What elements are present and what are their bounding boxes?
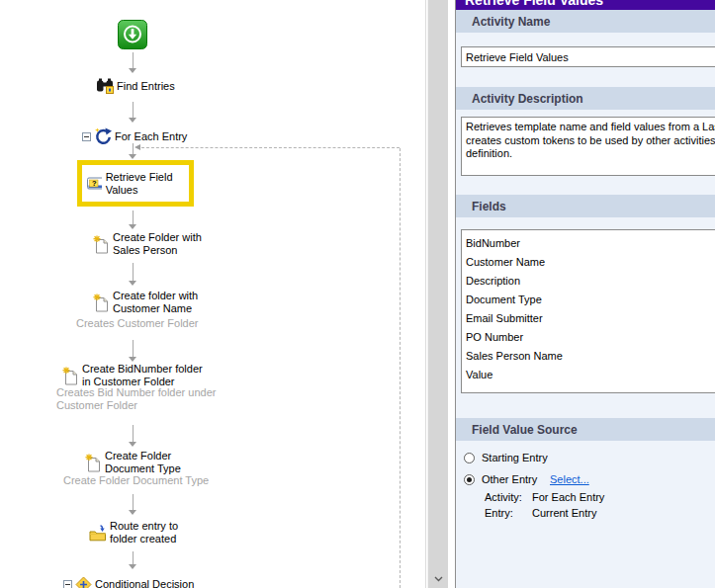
workflow-canvas[interactable]: Find Entries For Each Entry <box>0 0 426 588</box>
scrollbar-down-button[interactable] <box>428 569 449 588</box>
field-list-item[interactable]: Description <box>462 271 715 290</box>
entry-label: Entry: <box>485 507 513 520</box>
entry-value: Current Entry <box>532 507 596 520</box>
create-folder-icon <box>62 367 79 385</box>
node-label: For Each Entry <box>115 130 187 143</box>
field-list-item[interactable]: BidNumber <box>462 233 715 252</box>
chevron-down-icon <box>434 576 443 582</box>
node-retrieve-field-values[interactable]: ? Retrieve Field Values <box>77 160 194 207</box>
node-conditional-decision[interactable]: Conditional Decision <box>63 576 194 588</box>
flow-arrow <box>129 143 137 159</box>
flow-arrow <box>129 263 137 286</box>
find-entries-icon <box>96 78 114 94</box>
svg-text:?: ? <box>92 179 97 188</box>
section-header-activity-description: Activity Description <box>456 87 715 110</box>
start-node[interactable] <box>118 20 147 49</box>
collapse-icon[interactable] <box>63 580 72 588</box>
node-label: Conditional Decision <box>95 578 194 588</box>
create-folder-icon <box>93 294 110 312</box>
activity-label: Activity: <box>485 491 522 504</box>
field-list-item[interactable]: Customer Name <box>462 252 715 271</box>
field-list-item[interactable]: Sales Person Name <box>462 346 715 365</box>
field-list-item[interactable]: Email Submitter <box>462 308 715 327</box>
node-create-bidnumber-folder[interactable]: Create BidNumber folder in Customer Fold… <box>62 363 203 388</box>
node-label: Find Entries <box>117 80 175 93</box>
field-list-item[interactable]: PO Number <box>462 327 715 346</box>
node-description: Creates Bid Number folder under Customer… <box>56 386 216 412</box>
select-link[interactable]: Select... <box>550 473 589 485</box>
node-label: Retrieve Field Values <box>106 171 189 197</box>
flow-arrow <box>129 52 137 73</box>
flow-arrow <box>129 551 137 569</box>
loop-edge-vertical <box>400 148 401 588</box>
loop-edge-horizontal <box>141 147 400 148</box>
field-icon: ? <box>87 177 102 190</box>
workflow-designer-window: Find Entries For Each Entry <box>0 0 715 588</box>
activity-name-input[interactable]: Retrieve Field Values <box>461 46 715 67</box>
route-folder-icon <box>89 525 107 542</box>
decision-diamond-icon <box>75 576 92 588</box>
node-find-entries[interactable]: Find Entries <box>96 78 175 94</box>
node-label: Create folder with Customer Name <box>113 290 198 315</box>
node-description: Creates Customer Folder <box>76 317 199 330</box>
other-entry-radio[interactable] <box>464 474 475 485</box>
properties-panel: Retrieve Field Values Activity Name Retr… <box>455 0 715 588</box>
section-header-activity-name: Activity Name <box>456 10 715 33</box>
node-label: Create BidNumber folder in Customer Fold… <box>82 363 203 388</box>
other-entry-label: Other Entry <box>482 473 537 486</box>
node-label: Create Folder with Sales Person <box>113 231 202 257</box>
flow-arrow <box>129 210 137 229</box>
activity-description-textarea[interactable]: Retrieves template name and field values… <box>461 117 715 176</box>
fields-list[interactable]: BidNumber Customer Name Description Docu… <box>461 229 715 393</box>
starting-entry-label: Starting Entry <box>482 452 548 464</box>
node-create-folder-document-type[interactable]: Create Folder Document Type <box>85 450 181 475</box>
starting-entry-radio[interactable] <box>464 453 475 463</box>
node-create-folder-customer-name[interactable]: Create folder with Customer Name <box>93 290 198 315</box>
activity-value: For Each Entry <box>532 491 604 504</box>
field-list-item[interactable]: Value <box>462 365 715 383</box>
loop-icon <box>94 127 112 145</box>
flow-arrow <box>129 340 137 362</box>
flow-arrow <box>129 102 137 123</box>
flow-arrow <box>129 494 137 515</box>
section-header-field-value-source: Field Value Source <box>456 418 715 441</box>
collapse-icon[interactable] <box>82 132 91 141</box>
create-folder-icon <box>85 454 102 472</box>
create-folder-icon <box>93 235 110 254</box>
start-icon <box>118 20 147 49</box>
node-route-entry[interactable]: Route entry to folder created <box>89 520 178 546</box>
node-create-folder-sales-person[interactable]: Create Folder with Sales Person <box>93 231 202 257</box>
section-header-fields: Fields <box>456 195 715 217</box>
node-description: Create Folder Document Type <box>63 474 209 487</box>
flow-arrow <box>129 425 137 447</box>
node-label: Route entry to folder created <box>110 520 178 546</box>
field-list-item[interactable]: Document Type <box>462 290 715 308</box>
node-label: Create Folder Document Type <box>105 450 181 475</box>
canvas-vertical-scrollbar[interactable] <box>427 0 448 588</box>
